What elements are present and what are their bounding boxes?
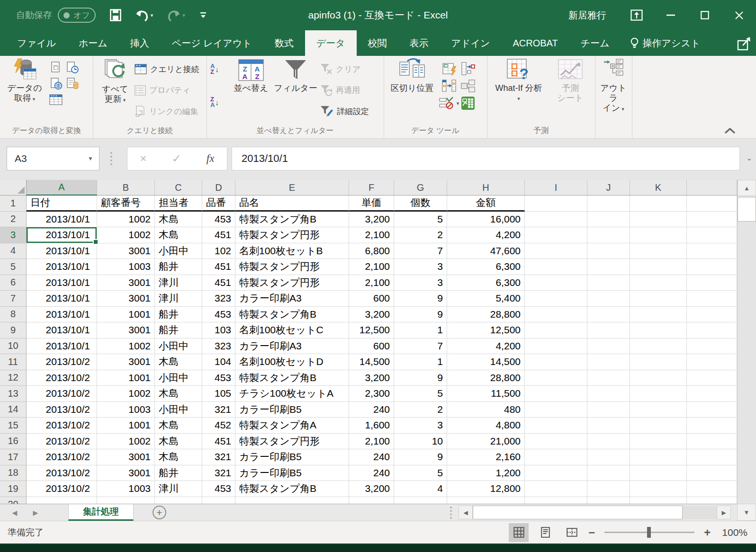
cell-H19[interactable]: 12,800	[447, 481, 525, 497]
cell-C5[interactable]: 船井	[155, 259, 202, 275]
sheet-tab-active[interactable]: 集計処理	[68, 504, 134, 521]
cell-J16[interactable]	[587, 434, 630, 450]
cell-A20[interactable]	[27, 497, 97, 504]
horizontal-scroll-thumb[interactable]	[473, 506, 683, 519]
cell-H20[interactable]	[447, 497, 525, 504]
row-header-6[interactable]: 6	[0, 275, 27, 291]
what-if-analysis-button[interactable]: ? What-If 分析 ▾	[491, 58, 547, 102]
share-button[interactable]	[737, 36, 751, 51]
remove-duplicates-icon[interactable]	[442, 79, 456, 93]
text-to-columns-button[interactable]: 区切り位置	[387, 58, 438, 93]
close-button[interactable]	[722, 0, 756, 30]
cell-C12[interactable]: 小田中	[155, 370, 202, 386]
cell-F17[interactable]: 240	[349, 449, 394, 465]
cell-filler-8[interactable]	[687, 307, 737, 323]
zoom-out-button[interactable]: −	[588, 527, 595, 538]
cell-I4[interactable]	[525, 243, 587, 259]
row-header-2[interactable]: 2	[0, 212, 27, 228]
tell-me-assist-tab[interactable]: 操作アシスト	[621, 30, 710, 56]
cell-I18[interactable]	[525, 465, 587, 481]
cell-J5[interactable]	[587, 259, 630, 275]
zoom-percent[interactable]: 100%	[722, 527, 747, 538]
cell-K2[interactable]	[630, 212, 687, 228]
worksheet-grid[interactable]: ABCDEFGHIJK1日付顧客番号担当者品番品名単価個数金額22013/10/…	[0, 180, 737, 504]
save-button[interactable]	[110, 9, 121, 21]
cell-G13[interactable]: 5	[394, 386, 447, 402]
cell-K5[interactable]	[630, 259, 687, 275]
row-header-3[interactable]: 3	[0, 227, 27, 243]
redo-dropdown-arrow[interactable]: ▾	[182, 12, 185, 18]
cell-D2[interactable]: 453	[202, 212, 235, 228]
tab-校閲[interactable]: 校閲	[357, 30, 398, 56]
cell-E1[interactable]: 品名	[235, 196, 349, 212]
cell-K15[interactable]	[630, 418, 687, 434]
row-header-12[interactable]: 12	[0, 370, 27, 386]
cell-I6[interactable]	[525, 275, 587, 291]
column-header-A[interactable]: A	[27, 180, 97, 196]
cell-C7[interactable]: 津川	[155, 291, 202, 307]
confirm-entry-icon[interactable]: ✓	[172, 152, 181, 165]
cell-C20[interactable]	[155, 497, 202, 504]
forecast-sheet-button[interactable]: 予測 シート	[549, 58, 591, 103]
cell-A9[interactable]: 2013/10/1	[27, 322, 97, 338]
outline-button[interactable]: アウトラ イン▾	[596, 58, 630, 114]
tab-アドイン[interactable]: アドイン	[440, 30, 502, 56]
cell-I3[interactable]	[525, 227, 587, 243]
cell-E2[interactable]: 特製スタンプ角B	[235, 212, 349, 228]
cell-I5[interactable]	[525, 259, 587, 275]
queries-connections-button[interactable]: クエリと接続	[135, 62, 203, 76]
group-label-queries[interactable]: クエリと接続	[93, 126, 207, 136]
zoom-in-button[interactable]: +	[704, 527, 711, 538]
cell-G2[interactable]: 5	[394, 212, 447, 228]
cell-B1[interactable]: 顧客番号	[97, 196, 155, 212]
cell-K20[interactable]	[630, 497, 687, 504]
cell-D20[interactable]	[202, 497, 235, 504]
cell-D16[interactable]: 451	[202, 434, 235, 450]
maximize-button[interactable]	[688, 0, 722, 30]
page-layout-view-button[interactable]	[535, 523, 555, 542]
cell-A3[interactable]: 2013/10/1	[27, 227, 97, 243]
cell-B12[interactable]: 1001	[97, 370, 155, 386]
cell-B11[interactable]: 3001	[97, 354, 155, 370]
zoom-slider[interactable]	[604, 532, 694, 533]
cell-F10[interactable]: 600	[349, 338, 394, 355]
column-header-K[interactable]: K	[630, 180, 687, 196]
cell-I20[interactable]	[525, 497, 587, 504]
scroll-up-arrow[interactable]: ▲	[738, 180, 756, 196]
minimize-button[interactable]	[654, 0, 688, 30]
cell-filler-2[interactable]	[687, 212, 737, 228]
cell-H3[interactable]: 4,200	[447, 227, 525, 243]
column-header-H[interactable]: H	[447, 180, 525, 196]
cell-J15[interactable]	[587, 418, 630, 434]
cell-J13[interactable]	[587, 386, 630, 402]
cell-G16[interactable]: 10	[394, 434, 447, 450]
cell-G3[interactable]: 2	[394, 227, 447, 243]
cell-F12[interactable]: 3,200	[349, 370, 394, 386]
from-web-icon[interactable]	[50, 78, 63, 90]
manage-data-model-icon[interactable]	[461, 96, 475, 110]
filter-button[interactable]: フィルター	[274, 58, 317, 93]
cell-F15[interactable]: 1,600	[349, 418, 394, 434]
cell-G11[interactable]: 1	[394, 354, 447, 370]
cell-filler-5[interactable]	[687, 259, 737, 275]
cell-H18[interactable]: 1,200	[447, 465, 525, 481]
cell-G17[interactable]: 9	[394, 449, 447, 465]
cell-K11[interactable]	[630, 354, 687, 370]
zoom-slider-thumb[interactable]	[647, 527, 651, 538]
cell-C3[interactable]: 木島	[155, 227, 202, 243]
cell-E6[interactable]: 特製スタンプ円形	[235, 275, 349, 291]
sheet-nav-left-icon[interactable]: ◀	[9, 509, 21, 516]
cell-E3[interactable]: 特製スタンプ円形	[235, 227, 349, 243]
cell-A8[interactable]: 2013/10/1	[27, 307, 97, 323]
cell-K4[interactable]	[630, 243, 687, 259]
group-label-data-tools[interactable]: データ ツール	[384, 126, 487, 136]
tab-挿入[interactable]: 挿入	[119, 30, 161, 56]
cell-C16[interactable]: 木島	[155, 434, 202, 450]
insert-function-button[interactable]: fx	[207, 152, 215, 165]
sort-descending-button[interactable]: ZA↓	[210, 97, 219, 108]
cell-B5[interactable]: 1003	[97, 259, 155, 275]
cell-F6[interactable]: 2,100	[349, 275, 394, 291]
cell-F18[interactable]: 240	[349, 465, 394, 481]
cell-J12[interactable]	[587, 370, 630, 386]
cell-A10[interactable]: 2013/10/1	[27, 338, 97, 355]
